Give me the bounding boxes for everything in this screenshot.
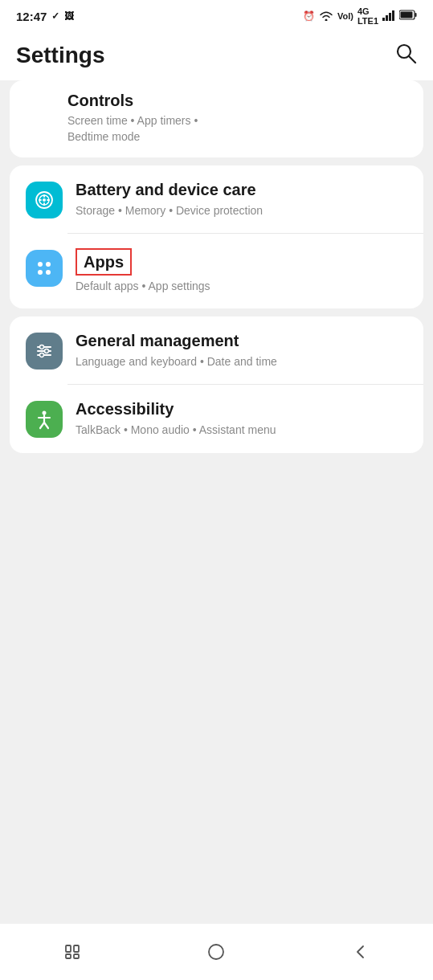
recents-button[interactable] bbox=[52, 936, 92, 968]
time-display: 12:47 bbox=[16, 10, 47, 23]
page-title: Settings bbox=[16, 43, 104, 68]
4g-text: 4GLTE1 bbox=[357, 6, 378, 26]
apps-title: Apps bbox=[76, 248, 132, 276]
controls-card: Controls Screen time • App timers •Bedti… bbox=[10, 80, 423, 157]
svg-point-16 bbox=[46, 270, 51, 275]
image-icon: 🖼 bbox=[64, 10, 74, 22]
svg-line-26 bbox=[40, 423, 44, 428]
general-accessibility-card: General management Language and keyboard… bbox=[10, 316, 423, 452]
header: Settings bbox=[0, 32, 433, 80]
svg-point-13 bbox=[38, 262, 43, 267]
svg-point-23 bbox=[43, 410, 47, 414]
signal-icon bbox=[382, 10, 395, 23]
svg-rect-30 bbox=[66, 954, 71, 958]
svg-point-0 bbox=[325, 18, 327, 21]
status-time: 12:47 ✓ 🖼 bbox=[16, 10, 74, 23]
battery-title: Battery and device care bbox=[76, 180, 407, 200]
battery-icon bbox=[399, 10, 417, 22]
alarm-icon: ⏰ bbox=[303, 10, 315, 22]
general-text: General management Language and keyboard… bbox=[76, 331, 407, 370]
general-title: General management bbox=[76, 331, 407, 351]
status-icons: ⏰ Vol) 4GLTE1 bbox=[303, 6, 417, 26]
battery-apps-card: Battery and device care Storage • Memory… bbox=[10, 165, 423, 308]
svg-point-14 bbox=[46, 262, 51, 267]
svg-rect-4 bbox=[392, 10, 394, 21]
general-item[interactable]: General management Language and keyboard… bbox=[10, 316, 423, 385]
apps-text: Apps Default apps • App settings bbox=[76, 248, 407, 295]
accessibility-subtitle: TalkBack • Mono audio • Assistant menu bbox=[76, 423, 407, 439]
accessibility-item[interactable]: Accessibility TalkBack • Mono audio • As… bbox=[10, 385, 423, 453]
back-button[interactable] bbox=[341, 936, 381, 968]
svg-point-20 bbox=[40, 345, 44, 349]
svg-rect-31 bbox=[74, 954, 79, 958]
battery-subtitle: Storage • Memory • Device protection bbox=[76, 203, 407, 219]
svg-point-15 bbox=[38, 270, 43, 275]
svg-line-27 bbox=[44, 423, 48, 428]
svg-rect-3 bbox=[389, 13, 391, 21]
svg-rect-1 bbox=[382, 18, 385, 21]
apps-item[interactable]: Apps Default apps • App settings bbox=[10, 234, 423, 309]
status-bar: 12:47 ✓ 🖼 ⏰ Vol) 4GLTE1 bbox=[0, 0, 433, 32]
controls-title: Controls bbox=[67, 92, 407, 110]
general-icon-bg bbox=[26, 333, 63, 370]
svg-rect-2 bbox=[386, 15, 388, 21]
battery-item[interactable]: Battery and device care Storage • Memory… bbox=[10, 165, 423, 234]
accessibility-icon-bg bbox=[26, 401, 63, 438]
battery-icon-bg bbox=[26, 182, 63, 218]
svg-line-9 bbox=[409, 56, 415, 63]
search-icon[interactable] bbox=[394, 42, 417, 69]
svg-rect-29 bbox=[74, 945, 79, 952]
apps-subtitle: Default apps • App settings bbox=[76, 279, 407, 295]
home-button[interactable] bbox=[196, 936, 236, 968]
accessibility-title: Accessibility bbox=[76, 399, 407, 419]
controls-subtitle: Screen time • App timers •Bedtime mode bbox=[67, 113, 407, 145]
svg-rect-32 bbox=[209, 945, 223, 959]
svg-point-22 bbox=[40, 353, 44, 357]
svg-rect-7 bbox=[401, 12, 413, 18]
svg-point-12 bbox=[43, 198, 46, 202]
general-subtitle: Language and keyboard • Date and time bbox=[76, 354, 407, 370]
vol-text: Vol) bbox=[337, 11, 353, 21]
wifi-icon bbox=[319, 10, 333, 23]
accessibility-text: Accessibility TalkBack • Mono audio • As… bbox=[76, 399, 407, 439]
svg-rect-6 bbox=[415, 13, 417, 17]
svg-rect-28 bbox=[66, 945, 71, 952]
settings-content: Controls Screen time • App timers •Bedti… bbox=[0, 80, 433, 924]
battery-text: Battery and device care Storage • Memory… bbox=[76, 180, 407, 219]
svg-point-21 bbox=[45, 349, 49, 353]
check-icon: ✓ bbox=[51, 10, 59, 22]
controls-item[interactable]: Controls Screen time • App timers •Bedti… bbox=[10, 80, 423, 157]
apps-icon-bg bbox=[26, 250, 63, 287]
nav-bar bbox=[0, 924, 433, 980]
